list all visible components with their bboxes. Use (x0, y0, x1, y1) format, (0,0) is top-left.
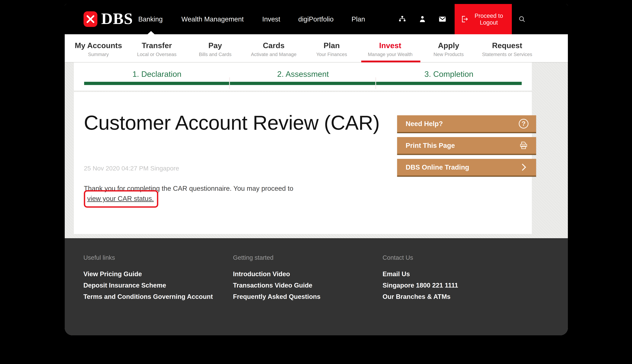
footer-link[interactable]: Deposit Insurance Scheme (84, 282, 166, 289)
footer-heading: Contact Us (382, 254, 413, 261)
printer-icon (519, 140, 528, 150)
sitemap-icon[interactable] (398, 4, 406, 34)
footer-link[interactable]: Introduction Video (233, 270, 290, 278)
nav-label: Request (482, 41, 532, 50)
dbs-logo-icon (84, 11, 97, 27)
top-navigation-bar: DBS Banking Wealth Management Invest dig… (65, 4, 568, 34)
progress-steps: 1. Declaration 2. Assessment 3. Completi… (74, 62, 532, 91)
nav-sublabel: Summary (75, 52, 122, 57)
search-icon[interactable] (518, 4, 526, 34)
nav-apply[interactable]: Apply New Products (434, 34, 464, 62)
nav-label: Plan (316, 41, 347, 50)
nav-sublabel: Statements or Services (482, 52, 532, 57)
help-circle-icon: ? (519, 119, 528, 128)
topnav-invest[interactable]: Invest (262, 4, 280, 34)
nav-plan[interactable]: Plan Your Finances (316, 34, 347, 62)
sidebar-actions: Need Help? ? Print This Page DBS Online … (397, 115, 536, 180)
progress-bar (84, 82, 522, 85)
footer-link[interactable]: Frequently Asked Questions (233, 293, 320, 300)
step-declaration: 1. Declaration (132, 70, 181, 78)
button-label: DBS Online Trading (397, 163, 469, 171)
nav-request[interactable]: Request Statements or Services (482, 34, 532, 62)
footer-heading: Useful links (84, 254, 115, 261)
nav-sublabel: Local or Overseas (137, 52, 176, 57)
page-footer: Useful links View Pricing Guide Deposit … (65, 238, 568, 335)
secondary-navigation-bar: My Accounts Summary Transfer Local or Ov… (65, 34, 568, 63)
print-this-page-button[interactable]: Print This Page (397, 137, 536, 155)
nav-my-accounts[interactable]: My Accounts Summary (75, 34, 122, 62)
nav-cards[interactable]: Cards Activate and Manage (251, 34, 296, 62)
footer-link[interactable]: View Pricing Guide (84, 270, 142, 278)
nav-pay[interactable]: Pay Bills and Cards (199, 34, 232, 62)
footer-link[interactable]: Email Us (382, 270, 410, 278)
nav-transfer[interactable]: Transfer Local or Overseas (137, 34, 176, 62)
view-car-status-link[interactable]: view your CAR status. (87, 195, 154, 202)
nav-sublabel: New Products (434, 52, 464, 57)
footer-link[interactable]: Our Branches & ATMs (382, 293, 450, 300)
nav-sublabel: Activate and Manage (251, 52, 296, 57)
need-help-button[interactable]: Need Help? ? (397, 115, 536, 133)
timestamp: 25 Nov 2020 04:27 PM Singapore (84, 165, 179, 172)
nav-label: Pay (199, 41, 232, 50)
confirmation-message: Thank you for completing the CAR questio… (84, 184, 363, 204)
nav-label: Apply (434, 41, 464, 50)
progress-separator (375, 77, 376, 89)
active-tab-indicator (148, 31, 154, 34)
footer-link[interactable]: Terms and Conditions Governing Account (84, 293, 213, 300)
footer-link[interactable]: Singapore 1800 221 1111 (382, 282, 458, 289)
progress-separator (229, 77, 230, 89)
nav-invest-active[interactable]: Invest Manage your Wealth (368, 34, 412, 62)
nav-label: Invest (368, 41, 412, 50)
nav-label: Cards (251, 41, 296, 50)
button-label: Print This Page (397, 142, 455, 150)
page-title: Customer Account Review (CAR) (84, 109, 385, 136)
step-completion: 3. Completion (424, 70, 473, 78)
footer-link[interactable]: Transactions Video Guide (233, 282, 312, 289)
nav-label: Transfer (137, 41, 176, 50)
browser-viewport: DBS Banking Wealth Management Invest dig… (65, 4, 568, 335)
topnav-digiportfolio[interactable]: digiPortfolio (298, 4, 334, 34)
dbs-logo[interactable]: DBS (84, 4, 133, 34)
logout-icon (460, 15, 469, 24)
topnav-banking[interactable]: Banking (138, 4, 163, 34)
nav-sublabel: Bills and Cards (199, 52, 232, 57)
nav-sublabel: Your Finances (316, 52, 347, 57)
dbs-online-trading-button[interactable]: DBS Online Trading (397, 159, 536, 177)
chevron-right-icon (519, 162, 528, 172)
highlight-annotation-box: view your CAR status. (84, 190, 158, 208)
profile-icon[interactable] (418, 4, 426, 34)
button-label: Need Help? (397, 120, 443, 128)
mail-icon[interactable] (438, 4, 446, 34)
nav-label: My Accounts (75, 41, 122, 50)
logout-button-label: Proceed to Logout (472, 12, 506, 26)
proceed-to-logout-button[interactable]: Proceed to Logout (454, 4, 512, 34)
step-assessment: 2. Assessment (277, 70, 329, 78)
topnav-wealth-management[interactable]: Wealth Management (181, 4, 244, 34)
nav-sublabel: Manage your Wealth (368, 52, 412, 57)
footer-heading: Getting started (233, 254, 274, 261)
dbs-logo-text: DBS (101, 10, 133, 28)
topnav-plan[interactable]: Plan (352, 4, 365, 34)
